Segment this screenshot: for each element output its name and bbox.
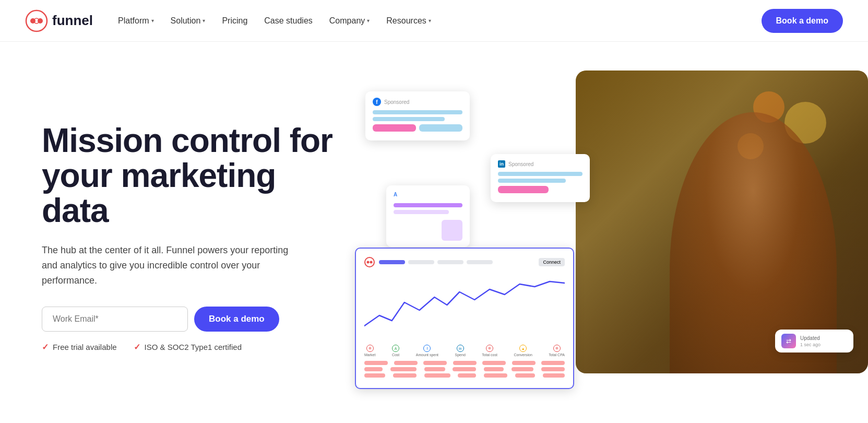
solution-chevron-icon: ▾ (203, 18, 205, 24)
col-market: ⊕ Market (364, 345, 375, 357)
col-cost: A Cost (392, 345, 399, 357)
g-bar-1 (394, 203, 462, 207)
hero-form: Book a demo (42, 307, 334, 332)
logo-text: funnel (52, 13, 93, 29)
google-ads-icon: A (394, 192, 401, 199)
nav-pricing[interactable]: Pricing (222, 16, 247, 26)
nav-solution[interactable]: Solution ▾ (171, 16, 206, 26)
updated-badge: ⇄ Updated 1 sec ago (775, 330, 853, 352)
col-conversion: ▲ Conversion (514, 345, 532, 357)
dashboard-tab-1[interactable] (379, 260, 405, 264)
dashboard-tab-4[interactable] (467, 260, 493, 264)
linkedin-icon: in (498, 160, 505, 168)
navbar: funnel Platform ▾ Solution ▾ Pricing Cas… (0, 0, 868, 42)
trust-badges: ✓ Free trial available ✓ ISO & SOC2 Type… (42, 342, 334, 352)
svg-point-5 (367, 261, 370, 264)
facebook-ad-card: f Sponsored (365, 91, 470, 140)
company-chevron-icon: ▾ (367, 18, 370, 24)
col-amount-spent: f Amount spent (416, 345, 438, 357)
updated-label: Updated (800, 335, 821, 342)
dashboard-connect-button[interactable]: Connect (539, 258, 565, 266)
linkedin-ad-card: in Sponsored (491, 154, 590, 202)
svg-point-6 (370, 261, 373, 264)
g-box (442, 220, 462, 241)
hero-subtitle: The hub at the center of it all. Funnel … (42, 243, 303, 288)
col-total-cost: ⊕ Total cost (482, 345, 497, 357)
check-icon-2: ✓ (134, 342, 140, 352)
iso-badge: ✓ ISO & SOC2 Type1 certified (134, 342, 242, 352)
dashboard-card: Connect ⊕ Market A Cost f (355, 248, 574, 389)
dashboard-funnel-icon (364, 257, 375, 267)
li-button (498, 186, 549, 193)
nav-resources[interactable]: Resources ▾ (386, 16, 431, 26)
fb-bar-1 (373, 110, 462, 114)
hero-photo-background (576, 70, 868, 373)
nav-case-studies[interactable]: Case studies (264, 16, 313, 26)
hero-book-demo-button[interactable]: Book a demo (194, 307, 279, 332)
free-trial-badge: ✓ Free trial available (42, 342, 117, 352)
updated-time: 1 sec ago (800, 342, 821, 347)
table-row-1 (364, 361, 565, 365)
svg-point-0 (26, 10, 47, 31)
li-bar-2 (498, 179, 566, 183)
nav-company[interactable]: Company ▾ (329, 16, 370, 26)
logo-link[interactable]: funnel (25, 9, 93, 32)
hero-title: Mission control for your marketing data (42, 123, 334, 229)
col-spend: in Spend (455, 345, 466, 357)
col-total-cpa: ⊕ Total CPA (549, 345, 565, 357)
dashboard-tab-2[interactable] (408, 260, 434, 264)
nav-cta-area: Book a demo (762, 9, 843, 33)
line-chart-svg (364, 274, 565, 336)
check-icon-1: ✓ (42, 342, 49, 352)
dashboard-table-header: ⊕ Market A Cost f Amount spent in Spend … (364, 345, 565, 357)
email-input[interactable] (42, 307, 188, 332)
nav-platform[interactable]: Platform ▾ (118, 16, 154, 26)
updated-icon: ⇄ (781, 334, 796, 348)
hero-left: Mission control for your marketing data … (42, 123, 334, 352)
facebook-icon: f (373, 98, 381, 106)
hero-right: f Sponsored in Sponsored A (365, 81, 843, 394)
g-bar-2 (394, 210, 449, 214)
platform-chevron-icon: ▾ (151, 18, 154, 24)
dashboard-tab-3[interactable] (437, 260, 463, 264)
nav-book-demo-button[interactable]: Book a demo (762, 9, 843, 33)
svg-point-4 (365, 257, 374, 267)
facebook-card-label: Sponsored (384, 99, 409, 105)
linkedin-card-label: Sponsored (508, 161, 533, 167)
google-ads-card: A (386, 185, 470, 247)
funnel-logo-icon (25, 9, 48, 32)
fb-bar-2 (373, 117, 445, 121)
table-row-3 (364, 373, 565, 378)
dashboard-chart (364, 274, 565, 336)
fb-button-1 (373, 124, 416, 132)
fb-button-2 (419, 124, 462, 132)
table-row-2 (364, 367, 565, 371)
resources-chevron-icon: ▾ (429, 18, 431, 24)
li-bar-1 (498, 172, 582, 176)
hero-section: Mission control for your marketing data … (0, 42, 868, 423)
nav-links: Platform ▾ Solution ▾ Pricing Case studi… (118, 16, 762, 26)
